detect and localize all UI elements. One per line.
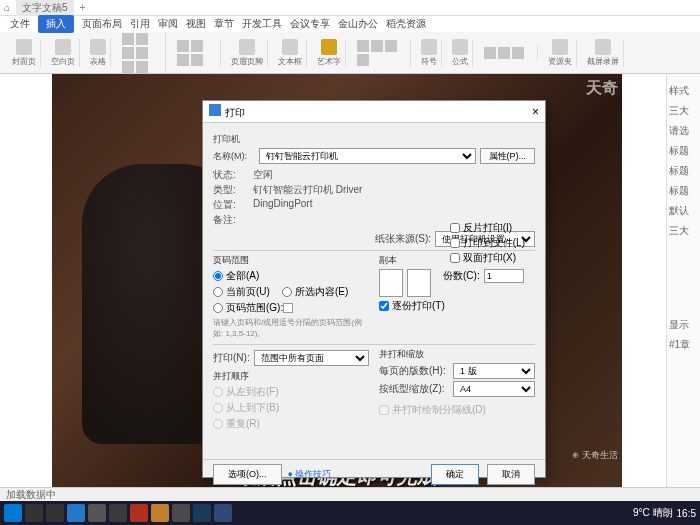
duplex-checkbox[interactable]: [450, 253, 460, 263]
panel-item[interactable]: 三大: [669, 104, 698, 118]
start-button[interactable]: [4, 504, 22, 522]
flow-icon[interactable]: [191, 40, 203, 52]
zoom-section-label: 并打和缩放: [379, 348, 535, 361]
paper-source-label: 纸张来源(S):: [375, 232, 431, 246]
cancel-button[interactable]: 取消: [487, 464, 535, 485]
panel-item[interactable]: 标题: [669, 184, 698, 198]
art-icon[interactable]: [321, 39, 337, 55]
tab-view[interactable]: 视图: [186, 17, 206, 31]
options-button[interactable]: 选项(O)...: [213, 464, 282, 485]
ok-button[interactable]: 确定: [431, 464, 479, 485]
ribbon-toolbar: 封面页 空白页 表格 页眉页脚 文本框 艺术字 符号 公式 资源夹 截屏录屏: [0, 32, 700, 74]
panel-item[interactable]: 默认: [669, 204, 698, 218]
status-value: 空闲: [253, 168, 273, 182]
taskview-icon[interactable]: [46, 504, 64, 522]
all-radio[interactable]: [213, 271, 223, 281]
add-tab-icon[interactable]: +: [80, 2, 86, 13]
app-icon[interactable]: [151, 504, 169, 522]
chart-icon[interactable]: [136, 47, 148, 59]
draw-border-checkbox: [379, 405, 389, 415]
printer-name-select[interactable]: 钉钉智能云打印机: [259, 148, 476, 164]
home-icon[interactable]: ⌂: [4, 2, 10, 13]
dialog-title: 打印: [225, 107, 245, 118]
eq-icon[interactable]: [452, 39, 468, 55]
link-icon[interactable]: [484, 47, 496, 59]
tab-meeting[interactable]: 会议专享: [290, 17, 330, 31]
document-tab[interactable]: 文字文稿5: [16, 0, 74, 16]
clock[interactable]: 16:5: [677, 508, 696, 519]
tab-insert[interactable]: 插入: [38, 15, 74, 33]
document-area: 天奇 最后点击确定即可完成 ⊕ 天奇生活 打印 × 打印机 名称(M): 钉钉智…: [0, 74, 700, 492]
where-value: DingDingPort: [253, 198, 312, 212]
pps-select[interactable]: 1 版: [453, 363, 535, 379]
ps-icon[interactable]: [193, 504, 211, 522]
app-icon[interactable]: [109, 504, 127, 522]
obj-icon[interactable]: [357, 54, 369, 66]
pages-input[interactable]: [283, 303, 293, 313]
printwhat-select[interactable]: 范围中所有页面: [254, 350, 369, 366]
cover-icon[interactable]: [16, 39, 32, 55]
att-icon[interactable]: [371, 40, 383, 52]
tab-page[interactable]: 页面布局: [82, 17, 122, 31]
brand-logo: ⊕ 天奇生活: [572, 449, 618, 462]
tab-dev[interactable]: 开发工具: [242, 17, 282, 31]
pages-radio[interactable]: [213, 303, 223, 313]
header-icon[interactable]: [239, 39, 255, 55]
app-icon[interactable]: [172, 504, 190, 522]
shape-icon[interactable]: [136, 33, 148, 45]
reverse-checkbox[interactable]: [450, 223, 460, 233]
copies-label: 份数(C):: [443, 269, 480, 297]
text-icon[interactable]: [282, 39, 298, 55]
panel-item[interactable]: 标题: [669, 144, 698, 158]
taskbar: 9°C 晴朗 16:5: [0, 501, 700, 525]
panel-item[interactable]: 三大: [669, 224, 698, 238]
date-icon[interactable]: [357, 40, 369, 52]
bm-icon[interactable]: [498, 47, 510, 59]
rel-icon[interactable]: [177, 40, 189, 52]
tab-file[interactable]: 文件: [10, 17, 30, 31]
app-icon[interactable]: [214, 504, 232, 522]
symbol-icon[interactable]: [421, 39, 437, 55]
weather-widget[interactable]: 9°C 晴朗: [633, 506, 673, 520]
name-label: 名称(M):: [213, 150, 255, 163]
slice-icon[interactable]: [595, 39, 611, 55]
current-radio[interactable]: [213, 287, 223, 297]
more2-icon[interactable]: [191, 54, 203, 66]
scale-select[interactable]: A4: [453, 381, 535, 397]
tab-wps[interactable]: 金山办公: [338, 17, 378, 31]
status-label: 状态:: [213, 168, 253, 182]
tofile-checkbox[interactable]: [450, 238, 460, 248]
comment-label: 备注:: [213, 213, 253, 227]
close-icon[interactable]: ×: [532, 105, 539, 119]
pic-icon[interactable]: [122, 33, 134, 45]
xref-icon[interactable]: [512, 47, 524, 59]
field-icon[interactable]: [385, 40, 397, 52]
status-bar: 加载数据中: [0, 487, 700, 501]
mind-icon[interactable]: [177, 54, 189, 66]
edge-icon[interactable]: [67, 504, 85, 522]
tab-special[interactable]: 稻壳资源: [386, 17, 426, 31]
icon-icon[interactable]: [122, 47, 134, 59]
search-icon[interactable]: [25, 504, 43, 522]
app-icon[interactable]: [88, 504, 106, 522]
copies-spinner[interactable]: [484, 269, 524, 283]
copy-thumb: [407, 269, 431, 297]
print-dialog-icon: [209, 104, 221, 116]
blank-icon[interactable]: [55, 39, 71, 55]
print-dialog: 打印 × 打印机 名称(M): 钉钉智能云打印机 属性(P)... 状态:空闲 …: [202, 100, 546, 478]
order-label: 并打顺序: [213, 370, 369, 383]
selection-radio[interactable]: [282, 287, 292, 297]
dl-icon[interactable]: [552, 39, 568, 55]
tips-link[interactable]: ● 操作技巧: [288, 468, 332, 481]
panel-item[interactable]: 标题: [669, 164, 698, 178]
app-icon[interactable]: [130, 504, 148, 522]
more-icon[interactable]: [136, 61, 148, 73]
collate-checkbox[interactable]: [379, 301, 389, 311]
tab-ref[interactable]: 引用: [130, 17, 150, 31]
properties-button[interactable]: 属性(P)...: [480, 148, 536, 164]
table-icon[interactable]: [90, 39, 106, 55]
tab-section[interactable]: 章节: [214, 17, 234, 31]
range-section-label: 页码范围: [213, 254, 369, 267]
smart-icon[interactable]: [122, 61, 134, 73]
tab-review[interactable]: 审阅: [158, 17, 178, 31]
